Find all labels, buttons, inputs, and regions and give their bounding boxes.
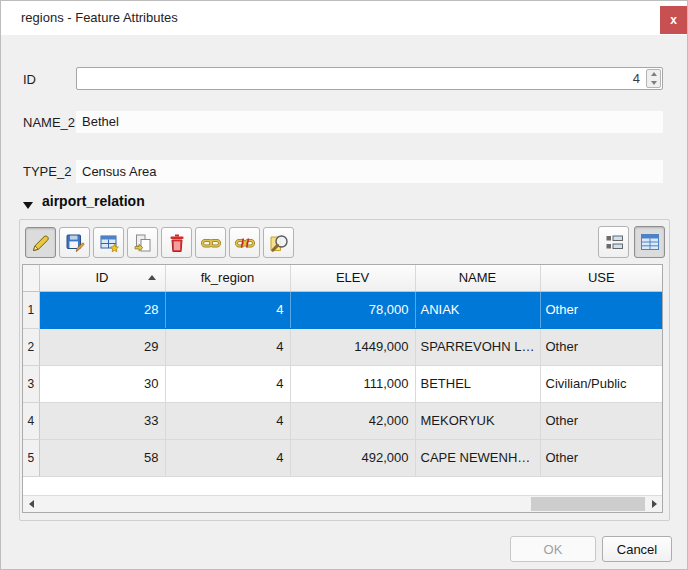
relation-table: IDfk_regionELEVNAMEUSE128478,000ANIAKOth… bbox=[22, 264, 663, 513]
close-button[interactable]: x bbox=[660, 6, 687, 34]
close-icon: x bbox=[670, 14, 677, 26]
cell[interactable]: 4 bbox=[165, 328, 290, 365]
attribute-table: IDfk_regionELEVNAMEUSE128478,000ANIAKOth… bbox=[23, 265, 662, 477]
save-icon bbox=[64, 232, 86, 254]
trash-icon bbox=[166, 232, 188, 254]
scroll-left-button[interactable] bbox=[23, 496, 39, 512]
spin-up-icon bbox=[651, 72, 657, 76]
toggle-editing-button[interactable] bbox=[25, 227, 56, 258]
zoom-to-child-feature-button[interactable] bbox=[263, 227, 294, 258]
cell[interactable]: SPARREVOHN L… bbox=[415, 328, 540, 365]
collapse-arrow-icon[interactable] bbox=[23, 202, 33, 209]
link-icon bbox=[200, 232, 222, 254]
cell[interactable]: 492,000 bbox=[290, 439, 415, 476]
table-row[interactable]: 3304111,000BETHELCivilian/Public bbox=[23, 365, 662, 402]
table-row[interactable]: 128478,000ANIAKOther bbox=[23, 291, 662, 328]
cell[interactable]: 111,000 bbox=[290, 365, 415, 402]
row-number[interactable]: 3 bbox=[23, 365, 39, 402]
titlebar[interactable]: regions - Feature Attributes x bbox=[1, 1, 687, 35]
cancel-button[interactable]: Cancel bbox=[602, 536, 672, 562]
unlink-icon bbox=[234, 232, 256, 254]
table-view-button[interactable] bbox=[634, 226, 665, 258]
scroll-right-icon bbox=[652, 500, 657, 508]
window-title: regions - Feature Attributes bbox=[21, 1, 178, 34]
cell[interactable]: 1449,000 bbox=[290, 328, 415, 365]
relation-title: airport_relation bbox=[42, 193, 145, 209]
add-child-feature-button[interactable] bbox=[93, 227, 124, 258]
cell[interactable]: 4 bbox=[165, 439, 290, 476]
column-header-NAME[interactable]: NAME bbox=[415, 265, 540, 291]
cell[interactable]: Civilian/Public bbox=[540, 365, 662, 402]
cell[interactable]: MEKORYUK bbox=[415, 402, 540, 439]
id-spinbox-value: 4 bbox=[633, 68, 640, 89]
table-row[interactable]: 22941449,000SPARREVOHN L…Other bbox=[23, 328, 662, 365]
row-number[interactable]: 2 bbox=[23, 328, 39, 365]
column-header-label: fk_region bbox=[201, 270, 254, 285]
cell[interactable]: 30 bbox=[39, 365, 165, 402]
magnifier-icon bbox=[268, 232, 290, 254]
cell[interactable]: 42,000 bbox=[290, 402, 415, 439]
sort-ascending-icon bbox=[148, 275, 156, 280]
id-spinbox[interactable]: 4 bbox=[76, 67, 663, 90]
type2-field[interactable]: Census Area bbox=[76, 160, 663, 183]
form-view-icon bbox=[603, 231, 625, 253]
id-field-label: ID bbox=[23, 72, 36, 87]
feature-attributes-dialog: regions - Feature Attributes x ID 4 NAME… bbox=[0, 0, 688, 570]
delete-child-feature-button[interactable] bbox=[161, 227, 192, 258]
form-view-button[interactable] bbox=[598, 226, 629, 258]
column-header-label: ID bbox=[96, 270, 109, 285]
cell[interactable]: Other bbox=[540, 439, 662, 476]
column-header-USE[interactable]: USE bbox=[540, 265, 662, 291]
ok-button[interactable]: OK bbox=[510, 536, 596, 562]
name2-field-label: NAME_2 bbox=[23, 115, 75, 130]
scrollbar-thumb[interactable] bbox=[531, 497, 645, 511]
table-row[interactable]: 5584492,000CAPE NEWENH…Other bbox=[23, 439, 662, 476]
column-header-label: USE bbox=[588, 270, 615, 285]
column-header-ID[interactable]: ID bbox=[39, 265, 165, 291]
cell[interactable]: 4 bbox=[165, 365, 290, 402]
cell[interactable]: CAPE NEWENH… bbox=[415, 439, 540, 476]
row-number[interactable]: 4 bbox=[23, 402, 39, 439]
save-child-edits-button[interactable] bbox=[59, 227, 90, 258]
cell[interactable]: 58 bbox=[39, 439, 165, 476]
cell[interactable]: 28 bbox=[39, 291, 165, 328]
cell[interactable]: 4 bbox=[165, 291, 290, 328]
cell[interactable]: 33 bbox=[39, 402, 165, 439]
name2-field[interactable]: Bethel bbox=[76, 111, 663, 133]
scroll-left-icon bbox=[29, 500, 34, 508]
table-corner bbox=[23, 265, 39, 291]
add-feature-icon bbox=[98, 232, 120, 254]
table-row[interactable]: 433442,000MEKORYUKOther bbox=[23, 402, 662, 439]
horizontal-scrollbar[interactable] bbox=[23, 495, 662, 512]
row-number[interactable]: 5 bbox=[23, 439, 39, 476]
row-number[interactable]: 1 bbox=[23, 291, 39, 328]
spin-down-icon bbox=[651, 81, 657, 85]
column-header-label: NAME bbox=[459, 270, 497, 285]
unlink-children-button[interactable] bbox=[229, 227, 260, 258]
cell[interactable]: ANIAK bbox=[415, 291, 540, 328]
cell[interactable]: Other bbox=[540, 402, 662, 439]
column-header-ELEV[interactable]: ELEV bbox=[290, 265, 415, 291]
duplicate-icon bbox=[132, 232, 154, 254]
duplicate-child-feature-button[interactable] bbox=[127, 227, 158, 258]
cell[interactable]: 29 bbox=[39, 328, 165, 365]
spinner-buttons bbox=[646, 69, 661, 88]
column-header-label: ELEV bbox=[336, 270, 369, 285]
spin-up-button[interactable] bbox=[647, 70, 660, 79]
cell[interactable]: BETHEL bbox=[415, 365, 540, 402]
cell[interactable]: 4 bbox=[165, 402, 290, 439]
scroll-right-button[interactable] bbox=[646, 496, 662, 512]
cell[interactable]: 78,000 bbox=[290, 291, 415, 328]
pencil-icon bbox=[30, 232, 52, 254]
type2-field-label: TYPE_2 bbox=[23, 164, 71, 179]
cell[interactable]: Other bbox=[540, 328, 662, 365]
link-children-button[interactable] bbox=[195, 227, 226, 258]
cell[interactable]: Other bbox=[540, 291, 662, 328]
spin-down-button[interactable] bbox=[647, 79, 660, 88]
column-header-fk_region[interactable]: fk_region bbox=[165, 265, 290, 291]
table-view-icon bbox=[639, 231, 661, 253]
